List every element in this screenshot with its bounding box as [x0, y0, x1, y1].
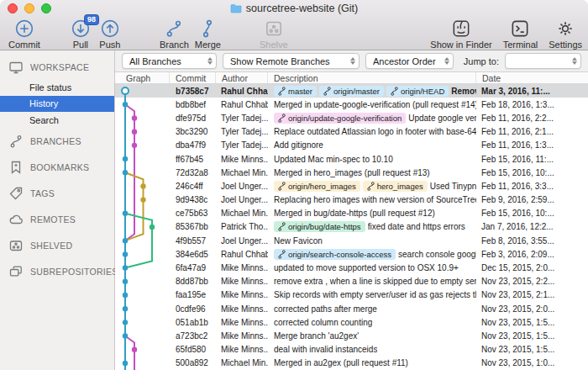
- sidebar-item-subrepositories[interactable]: SUBREPOSITORIES: [0, 259, 114, 285]
- commit-hash: b7358c7: [170, 87, 216, 96]
- shelve-button: Shelve: [260, 17, 288, 50]
- pull-button[interactable]: 98Pull: [70, 17, 92, 50]
- terminal-button[interactable]: Terminal: [503, 17, 538, 50]
- branch-button[interactable]: Branch: [160, 17, 189, 50]
- commit-author: Michael Min...: [216, 358, 268, 367]
- branch-badge: origin/master: [319, 86, 384, 97]
- branch-button-label: Branch: [160, 40, 189, 50]
- commit-row[interactable]: 051ab1bMike Minns... corrected column co…: [115, 315, 588, 329]
- commit-description: Merged in hero_images (pull request #13): [268, 168, 476, 177]
- commit-button[interactable]: Commit: [8, 17, 40, 50]
- close-button[interactable]: [8, 3, 18, 13]
- commit-description: Merged in bug/date-https (pull request #…: [268, 209, 476, 218]
- commit-author: Tyler Tadej...: [216, 140, 268, 150]
- sidebar-item-label: SHELVED: [30, 240, 72, 251]
- settings-button[interactable]: Settings: [549, 17, 582, 50]
- column-header-date[interactable]: Date: [476, 72, 588, 83]
- column-header-author[interactable]: Author: [216, 72, 268, 83]
- commit-row[interactable]: 85367bbPatrick Tho...origin/bug/date-htt…: [115, 220, 588, 234]
- remote-branches-select[interactable]: Show Remote Branches: [223, 53, 360, 69]
- commit-row[interactable]: 72d32a8Michael Min...Merged in hero_imag…: [115, 166, 588, 179]
- commit-hash: 85367bb: [170, 222, 216, 231]
- commit-description: origin/update-google-verificationUpdate …: [268, 113, 476, 124]
- push-button[interactable]: Push: [99, 17, 121, 50]
- order-select[interactable]: Ancestor Order: [365, 53, 454, 69]
- commit-description: Replacing hero images with new version o…: [268, 195, 476, 204]
- sidebar-item-history[interactable]: History: [0, 96, 114, 113]
- sidebar: WORKSPACEFile statusHistorySearchBRANCHE…: [0, 50, 115, 370]
- commit-description: origin/hero_imageshero_imagesUsed Tinypn…: [268, 181, 476, 192]
- commit-date: Feb 8, 2016, 3:55...: [476, 236, 588, 246]
- commit-row[interactable]: 6fa47a9Mike Minns...updated to move supp…: [115, 261, 588, 274]
- column-header-description[interactable]: Description: [268, 72, 476, 83]
- commit-description: origin/bug/date-httpsfixed date and http…: [268, 221, 476, 232]
- commit-row[interactable]: 246c4ffJoel Unger...origin/hero_imageshe…: [115, 179, 588, 193]
- sidebar-item-shelved[interactable]: SHELVED: [0, 233, 114, 259]
- commit-description: masterorigin/masterorigin/HEADRemoving o…: [268, 86, 476, 97]
- commit-message: Merged in update-google-verification (pu…: [274, 100, 476, 109]
- column-header-commit[interactable]: Commit: [170, 72, 216, 83]
- commit-message: corrected paths after merge: [274, 304, 377, 314]
- commit-row[interactable]: ce75b63Michael Min...Merged in bug/date-…: [115, 207, 588, 220]
- commit-row[interactable]: 3bc3290Tyler Tadej...Replace outdated At…: [115, 125, 588, 139]
- branch-badge-label: origin/master: [333, 87, 380, 96]
- sidebar-item-label: History: [29, 98, 58, 108]
- jump-to-label: Jump to:: [464, 56, 499, 66]
- commit-description: corrected column counting: [268, 318, 476, 327]
- branch-badge: master: [274, 86, 317, 97]
- commit-date: Nov 23, 2015, 2:0...: [476, 304, 588, 314]
- commit-row[interactable]: b7358c7Rahul Chha...masterorigin/mastero…: [115, 84, 588, 98]
- commit-row[interactable]: 0cdfe96Mike Minns...corrected paths afte…: [115, 302, 588, 315]
- commit-hash: a723bc2: [170, 331, 216, 341]
- commit-row[interactable]: 65fd580Mike Minns...deal with invalid in…: [115, 343, 588, 357]
- commit-row[interactable]: 500a892Michael Min...Merged in au2gex (p…: [115, 357, 588, 370]
- commit-row[interactable]: dba47f9Tyler Tadej...Add gitignoreFeb 11…: [115, 139, 588, 152]
- commit-row[interactable]: faa195eMike Minns...Skip records with em…: [115, 288, 588, 302]
- commit-author: Michael Min...: [216, 209, 268, 218]
- commit-hash: ce75b63: [170, 209, 216, 218]
- commit-message: deal with invalid instanceids: [274, 345, 377, 354]
- commit-row[interactable]: 9d9438cJoel Unger...Replacing hero image…: [115, 193, 588, 207]
- commit-row[interactable]: 4f9b557Joel Unger...New FaviconFeb 8, 20…: [115, 234, 588, 247]
- shelve-button-label: Shelve: [260, 40, 288, 50]
- commit-date: Feb 11, 2016, 2:2...: [476, 114, 588, 123]
- monitor-icon: [8, 60, 24, 75]
- branch-icon: [323, 87, 331, 96]
- commit-row[interactable]: bdb8befRahul Chhab...Merged in update-go…: [115, 98, 588, 111]
- sidebar-item-file-status[interactable]: File status: [0, 79, 114, 96]
- merge-button[interactable]: Merge: [195, 17, 221, 50]
- commit-row[interactable]: a723bc2Mike Minns...Merge branch 'au2gex…: [115, 329, 588, 342]
- branch-icon: [278, 222, 286, 231]
- commit-list: b7358c7Rahul Chha...masterorigin/mastero…: [115, 84, 588, 370]
- commit-hash: dba47f9: [170, 140, 216, 150]
- commit-message: Merge branch 'au2gex': [274, 331, 359, 341]
- commit-row[interactable]: dfe975dTyler Tadej...origin/update-googl…: [115, 111, 588, 124]
- sidebar-item-tags[interactable]: TAGS: [0, 181, 114, 207]
- finder-button[interactable]: Show in Finder: [430, 17, 491, 50]
- sidebar-item-workspace[interactable]: WORKSPACE: [0, 56, 114, 79]
- jump-to-select[interactable]: [505, 53, 581, 69]
- commit-date: Feb 3, 2016, 2:09...: [476, 250, 588, 259]
- finder-icon: [450, 17, 472, 40]
- commit-hash: dfe975d: [170, 114, 216, 123]
- branch-badge-label: origin/bug/date-https: [288, 222, 361, 231]
- sidebar-item-search[interactable]: Search: [0, 112, 114, 129]
- commit-row[interactable]: ff67b45Mike Minns...Updated Mac min-spec…: [115, 152, 588, 166]
- branch-filter-select[interactable]: All Branches: [122, 53, 217, 69]
- commit-row[interactable]: 384e6d5Rahul Chhab...origin/search-conso…: [115, 247, 588, 261]
- column-header-graph[interactable]: Graph: [115, 72, 170, 83]
- commit-message: Used Tinypng to c...: [430, 182, 476, 191]
- zoom-button[interactable]: [41, 3, 51, 13]
- branch-badge: hero_images: [363, 181, 428, 192]
- commit-icon: [13, 17, 35, 40]
- sidebar-item-branches[interactable]: BRANCHES: [0, 129, 114, 155]
- commit-author: Joel Unger...: [216, 182, 268, 191]
- commit-author: Patrick Tho...: [216, 222, 268, 231]
- tag-icon: [8, 186, 24, 201]
- commit-message: Skip records with empty server/user id a…: [274, 290, 476, 299]
- sidebar-item-remotes[interactable]: REMOTES: [0, 207, 114, 233]
- commit-row[interactable]: 8dd87bbMike Minns...remove extra , when …: [115, 275, 588, 288]
- commit-hash: 384e6d5: [170, 250, 216, 259]
- minimize-button[interactable]: [24, 3, 34, 13]
- sidebar-item-bookmarks[interactable]: BOOKMARKS: [0, 155, 114, 181]
